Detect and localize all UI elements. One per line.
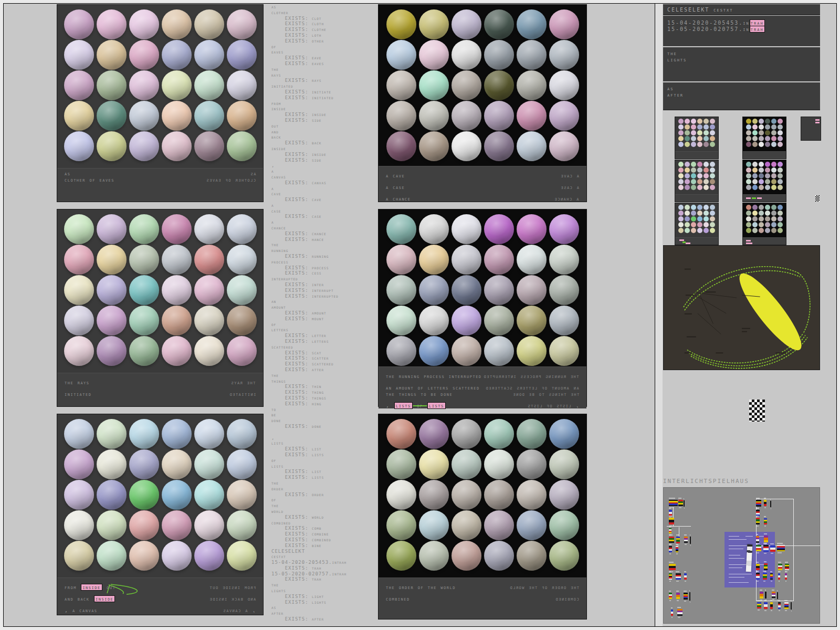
sphere[interactable] <box>484 510 514 540</box>
sphere[interactable] <box>194 214 224 244</box>
sphere[interactable] <box>227 336 257 366</box>
sphere[interactable] <box>227 70 257 100</box>
flag-swatch[interactable] <box>669 500 678 506</box>
sphere[interactable] <box>227 449 257 479</box>
sphere[interactable] <box>162 541 192 571</box>
sphere[interactable] <box>517 336 547 366</box>
sphere[interactable] <box>549 40 579 70</box>
sphere[interactable] <box>419 275 449 305</box>
sphere[interactable] <box>64 245 94 275</box>
sphere[interactable] <box>386 101 416 131</box>
sphere[interactable] <box>227 214 257 244</box>
sphere[interactable] <box>517 480 547 510</box>
flag-swatch[interactable] <box>669 518 674 524</box>
sphere[interactable] <box>419 306 449 335</box>
sphere[interactable] <box>194 336 224 366</box>
highlighted-word[interactable]: inside <box>94 595 115 602</box>
sphere[interactable] <box>97 214 127 244</box>
flag-swatch[interactable] <box>671 610 673 616</box>
sphere[interactable] <box>194 541 224 571</box>
flag-swatch[interactable] <box>791 602 792 610</box>
sphere[interactable] <box>484 101 514 131</box>
sphere[interactable] <box>129 131 159 161</box>
flag-swatch[interactable] <box>785 564 789 570</box>
sphere[interactable] <box>194 275 224 305</box>
sphere[interactable] <box>452 480 481 510</box>
flag-swatch[interactable] <box>684 537 688 543</box>
sphere[interactable] <box>419 214 449 244</box>
sphere[interactable] <box>129 40 159 70</box>
sphere[interactable] <box>129 70 159 100</box>
sphere[interactable] <box>386 510 416 540</box>
sphere[interactable] <box>517 40 547 70</box>
sphere[interactable] <box>419 510 449 540</box>
sphere[interactable] <box>452 131 481 161</box>
sphere[interactable] <box>162 214 192 244</box>
sphere[interactable] <box>452 70 481 100</box>
sphere[interactable] <box>194 245 224 275</box>
sphere[interactable] <box>129 541 159 571</box>
flag-swatch[interactable] <box>763 545 769 552</box>
sphere[interactable] <box>386 449 416 479</box>
flag-swatch[interactable] <box>778 564 782 570</box>
sphere[interactable] <box>64 419 94 449</box>
sphere[interactable] <box>194 419 224 449</box>
sphere[interactable] <box>517 306 547 335</box>
sphere[interactable] <box>227 245 257 275</box>
sphere[interactable] <box>549 101 579 131</box>
flag-swatch[interactable] <box>684 593 688 600</box>
sphere[interactable] <box>97 480 127 510</box>
sphere[interactable] <box>549 419 579 449</box>
flag-swatch[interactable] <box>684 500 685 507</box>
sphere[interactable] <box>194 9 224 39</box>
flag-swatch[interactable] <box>669 573 672 580</box>
sphere[interactable] <box>386 40 416 70</box>
sphere[interactable] <box>194 510 224 540</box>
sphere[interactable] <box>517 131 547 161</box>
sphere[interactable] <box>549 131 579 161</box>
sphere[interactable] <box>64 40 94 70</box>
sphere[interactable] <box>129 9 159 39</box>
sphere[interactable] <box>386 214 416 244</box>
sphere[interactable] <box>64 9 94 39</box>
sphere[interactable] <box>64 449 94 479</box>
sphere[interactable] <box>64 541 94 571</box>
sphere[interactable] <box>484 541 514 571</box>
file-tag-highlight[interactable]: trah <box>750 26 765 33</box>
highlighted-word[interactable]: inside <box>81 584 102 591</box>
sphere[interactable] <box>549 9 579 39</box>
sphere[interactable] <box>419 245 449 275</box>
sphere[interactable] <box>97 9 127 39</box>
sphere[interactable] <box>97 131 127 161</box>
sphere[interactable] <box>97 275 127 305</box>
sphere[interactable] <box>162 70 192 100</box>
flag-swatch[interactable] <box>770 573 773 580</box>
sphere[interactable] <box>97 510 127 540</box>
flag-swatch[interactable] <box>689 592 690 601</box>
sphere[interactable] <box>194 40 224 70</box>
flag-swatch[interactable] <box>777 592 778 599</box>
flag-swatch[interactable] <box>669 537 674 543</box>
sphere[interactable] <box>129 306 159 335</box>
sphere[interactable] <box>64 131 94 161</box>
sphere[interactable] <box>452 419 481 449</box>
flag-swatch[interactable] <box>678 500 683 506</box>
sphere[interactable] <box>549 336 579 366</box>
sphere[interactable] <box>452 9 481 39</box>
sphere[interactable] <box>419 70 449 100</box>
flag-swatch[interactable] <box>770 545 775 552</box>
sphere[interactable] <box>194 70 224 100</box>
sphere[interactable] <box>227 480 257 510</box>
sphere[interactable] <box>64 214 94 244</box>
panel-thumbnail[interactable] <box>675 117 719 159</box>
flag-swatch[interactable] <box>770 602 773 609</box>
sphere[interactable] <box>517 449 547 479</box>
sphere[interactable] <box>162 336 192 366</box>
sphere[interactable] <box>97 245 127 275</box>
sphere[interactable] <box>419 541 449 571</box>
sphere[interactable] <box>452 275 481 305</box>
sphere[interactable] <box>549 510 579 540</box>
sphere[interactable] <box>97 336 127 366</box>
flag-swatch[interactable] <box>778 602 781 609</box>
flag-swatch[interactable] <box>669 564 676 570</box>
